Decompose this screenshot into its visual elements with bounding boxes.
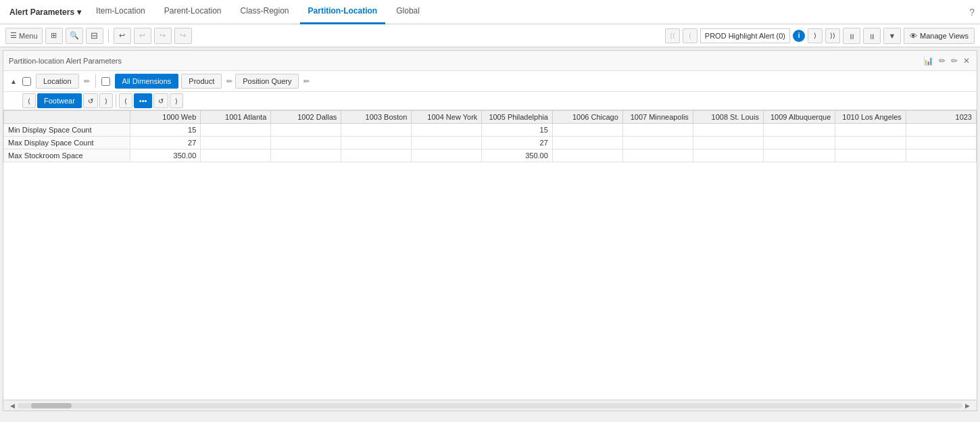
undo-button[interactable]: ↩ — [114, 28, 131, 44]
dim-controls-row: ▲ Location ✏ All Dimensions Product ✏ Po… — [3, 71, 977, 92]
cell-2-0[interactable]: 350.00 — [130, 149, 201, 162]
cell-2-9[interactable] — [763, 149, 835, 162]
cell-2-3[interactable] — [341, 149, 412, 162]
location-checkbox[interactable] — [22, 77, 31, 86]
cell-0-6[interactable] — [552, 124, 622, 137]
cell-2-6[interactable] — [552, 149, 622, 162]
cell-1-0[interactable]: 27 — [130, 137, 201, 149]
hamburger-icon: ☰ — [10, 31, 17, 40]
undo2-button[interactable]: ↩ — [134, 28, 151, 44]
cell-1-2[interactable] — [271, 137, 341, 149]
dim2-reset-button[interactable]: ↺ — [153, 93, 168, 108]
cell-2-8[interactable] — [693, 149, 763, 162]
cell-1-6[interactable] — [552, 137, 622, 149]
column-settings-icon: ⫼ — [848, 32, 856, 40]
cell-1-10[interactable] — [835, 137, 906, 149]
collapse-button[interactable]: ▲ — [7, 75, 20, 87]
scroll-left-arrow[interactable]: ◀ — [7, 402, 18, 409]
cell-0-10[interactable] — [835, 124, 906, 137]
panel-header: Partition-location Alert Parameters 📊 ✏ … — [3, 51, 977, 71]
redo-button[interactable]: ↪ — [154, 28, 172, 44]
tab-partition-location[interactable]: Partition-Location — [300, 0, 386, 24]
column-settings-button[interactable]: ⫼ — [843, 28, 860, 44]
scroll-track[interactable] — [18, 403, 962, 408]
dim-next-button[interactable]: ⟩ — [99, 93, 113, 108]
dim-nav-separator — [116, 94, 116, 108]
cell-0-5[interactable]: 15 — [482, 124, 553, 137]
help-icon[interactable]: ? — [969, 7, 975, 18]
dim2-next-button[interactable]: ⟩ — [170, 93, 183, 108]
cell-1-8[interactable] — [693, 137, 763, 149]
cell-2-4[interactable] — [412, 149, 482, 162]
filter-button[interactable]: ▼ — [883, 28, 901, 44]
dim-prev-button[interactable]: ⟨ — [22, 93, 36, 108]
cell-0-0[interactable]: 15 — [130, 124, 201, 137]
redo2-button[interactable]: ↪ — [174, 28, 192, 44]
dim2-prev-button[interactable]: ⟨ — [119, 93, 132, 108]
cell-0-9[interactable] — [763, 124, 835, 137]
undo2-icon: ↩ — [139, 31, 145, 40]
cell-1-7[interactable] — [622, 137, 693, 149]
cell-2-1[interactable] — [201, 149, 271, 162]
cell-0-1[interactable] — [201, 124, 271, 137]
panel-close-icon[interactable]: ✕ — [962, 55, 971, 67]
cell-2-10[interactable] — [835, 149, 906, 162]
cell-2-5[interactable]: 350.00 — [482, 149, 553, 162]
col-header-1000-web: 1000 Web — [130, 111, 201, 124]
grid-view-button[interactable]: ⊞ — [45, 28, 63, 44]
cell-0-8[interactable] — [693, 124, 763, 137]
product-edit-icon[interactable]: ✏ — [226, 77, 232, 86]
cell-2-7[interactable] — [622, 149, 693, 162]
cell-1-5[interactable]: 27 — [482, 137, 553, 149]
cell-1-11[interactable] — [906, 137, 976, 149]
cell-0-3[interactable] — [341, 124, 412, 137]
measure-checkbox[interactable] — [101, 77, 110, 86]
last-page-button[interactable]: ⟩⟩ — [825, 28, 840, 43]
alert-parameters-title[interactable]: Alert Parameters ▾ — [5, 7, 85, 17]
col-header-1004-new-york: 1004 New York — [412, 111, 482, 124]
panel-edit2-icon[interactable]: ✏ — [950, 55, 959, 67]
cell-0-4[interactable] — [412, 124, 482, 137]
chart-icon[interactable]: 📊 — [922, 55, 935, 67]
scroll-thumb[interactable] — [31, 403, 72, 408]
cell-1-4[interactable] — [412, 137, 482, 149]
cell-1-1[interactable] — [201, 137, 271, 149]
tab-item-location[interactable]: Item-Location — [88, 0, 153, 24]
tab-class-region[interactable]: Class-Region — [232, 0, 297, 24]
position-query-button[interactable]: Position Query — [235, 74, 299, 89]
cell-0-11[interactable] — [906, 124, 976, 137]
col-header-1005-philadelphia: 1005 Philadelphia — [482, 111, 553, 124]
data-table-container[interactable]: 1000 Web 1001 Atlanta 1002 Dallas 1003 B… — [3, 110, 977, 400]
prev-page-button[interactable]: ⟨ — [683, 28, 697, 43]
dropdown-arrow-icon: ▾ — [77, 7, 81, 17]
dim-nav-row: ⟨ Footwear ↺ ⟩ ⟨ ••• ↺ ⟩ — [3, 92, 977, 110]
first-page-button[interactable]: ⟨⟨ — [665, 28, 680, 43]
menu-button[interactable]: ☰ Menu — [5, 28, 43, 44]
dim-reset-button[interactable]: ↺ — [83, 93, 98, 108]
list-button[interactable]: ⊟ — [86, 28, 103, 44]
search-button[interactable]: 🔍 — [66, 28, 83, 44]
tab-global[interactable]: Global — [388, 0, 428, 24]
next-page-button[interactable]: ⟩ — [808, 28, 823, 43]
row-label-1: Max Display Space Count — [4, 137, 130, 149]
cell-2-2[interactable] — [271, 149, 341, 162]
panel-title: Partition-location Alert Parameters — [9, 57, 922, 65]
redo2-icon: ↪ — [180, 31, 186, 40]
product-button[interactable]: Product — [181, 74, 222, 89]
cell-0-7[interactable] — [622, 124, 693, 137]
position-query-edit-icon[interactable]: ✏ — [303, 77, 310, 86]
location-button[interactable]: Location — [36, 74, 79, 89]
panel-edit1-icon[interactable]: ✏ — [937, 55, 947, 67]
tab-parent-location[interactable]: Parent-Location — [156, 0, 230, 24]
cell-1-3[interactable] — [341, 137, 412, 149]
cell-2-11[interactable] — [906, 149, 976, 162]
all-dimensions-button[interactable]: All Dimensions — [115, 74, 179, 89]
location-edit-icon[interactable]: ✏ — [84, 77, 90, 86]
manage-views-button[interactable]: 👁 Manage Views — [904, 28, 975, 44]
scroll-right-arrow[interactable]: ▶ — [962, 402, 973, 409]
cell-1-9[interactable] — [763, 137, 835, 149]
horizontal-scrollbar[interactable]: ◀ ▶ — [3, 400, 977, 411]
cell-0-2[interactable] — [271, 124, 341, 137]
column-settings2-button[interactable]: ⫼ — [863, 28, 881, 44]
info-button[interactable]: i — [793, 30, 805, 42]
